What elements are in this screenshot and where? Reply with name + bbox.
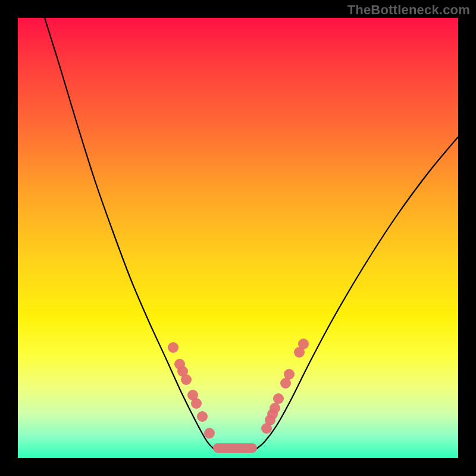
data-point-marker	[168, 342, 178, 353]
chart-frame: TheBottleneck.com	[0, 0, 476, 476]
curve-left	[45, 18, 214, 449]
curve-right	[256, 137, 458, 449]
marker-group-right	[261, 339, 309, 434]
marker-group-left	[168, 342, 215, 439]
plot-area	[18, 18, 458, 458]
flat-bottom-segment	[213, 443, 257, 453]
watermark-text: TheBottleneck.com	[347, 2, 470, 18]
data-point-marker	[181, 374, 192, 385]
data-point-marker	[273, 393, 284, 404]
chart-svg	[18, 18, 458, 458]
data-point-marker	[197, 411, 208, 422]
data-point-marker	[191, 398, 202, 409]
data-point-marker	[298, 339, 309, 349]
data-point-marker	[270, 403, 280, 414]
data-point-marker	[284, 369, 295, 380]
data-point-marker	[204, 428, 215, 439]
